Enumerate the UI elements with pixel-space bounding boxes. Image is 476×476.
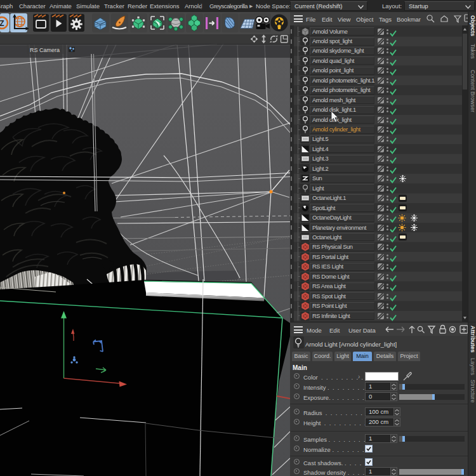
svg-text:Z: Z <box>0 19 4 28</box>
svg-text:RS Camera: RS Camera <box>30 47 60 53</box>
